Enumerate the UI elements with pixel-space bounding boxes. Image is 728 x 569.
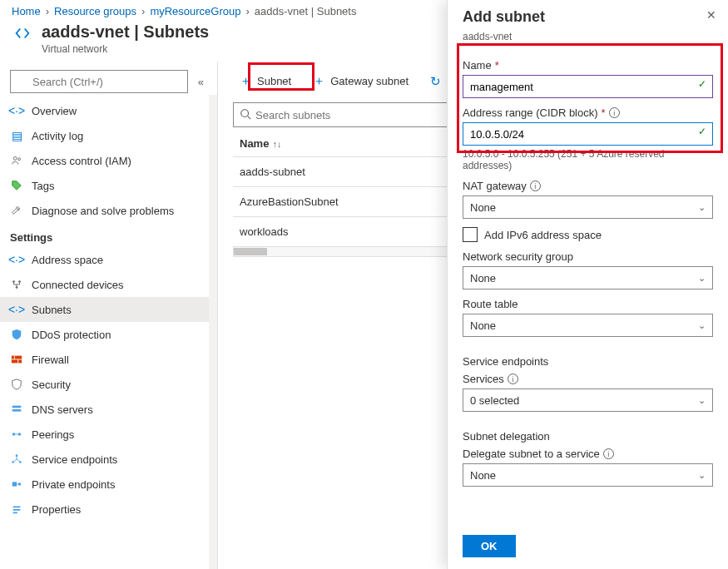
checkmark-icon: ✓ — [698, 126, 706, 137]
delegate-select[interactable]: None ⌄ — [463, 463, 713, 487]
chevron-right-icon: › — [245, 5, 249, 17]
sidebar-item-peerings[interactable]: Peerings — [0, 422, 215, 447]
svg-rect-19 — [12, 482, 17, 486]
ipv6-checkbox[interactable] — [463, 227, 478, 242]
field-label-delegate: Delegate subnet to a service — [463, 448, 600, 460]
breadcrumb-resource-group[interactable]: myResourceGroup — [150, 5, 240, 17]
checkmark-icon: ✓ — [698, 78, 706, 90]
sidebar-item-label: Address space — [32, 254, 103, 266]
chevron-down-icon: ⌄ — [698, 273, 706, 284]
subnets-icon: <·> — [10, 303, 23, 316]
chevron-down-icon: ⌄ — [698, 320, 706, 331]
sidebar-item-label: Diagnose and solve problems — [32, 205, 174, 217]
scrollbar-thumb[interactable] — [234, 248, 267, 255]
svg-rect-24 — [13, 512, 17, 514]
add-gateway-subnet-button[interactable]: ＋ Gateway subnet — [306, 70, 415, 92]
info-icon[interactable]: i — [508, 374, 518, 384]
sidebar-item-dns[interactable]: DNS servers — [0, 397, 215, 422]
svg-rect-12 — [12, 409, 22, 412]
sidebar-item-subnets[interactable]: <·> Subnets — [0, 297, 215, 322]
toolbar-label: Subnet — [257, 75, 291, 87]
section-header-endpoints: Service endpoints — [463, 355, 713, 368]
sidebar-item-label: DNS servers — [32, 403, 93, 416]
sidebar-item-connected-devices[interactable]: Connected devices — [0, 272, 215, 297]
sidebar-item-label: Overview — [32, 105, 77, 117]
breadcrumb-current: aadds-vnet | Subnets — [255, 5, 357, 17]
ipv6-label: Add IPv6 address space — [484, 229, 602, 241]
add-subnet-button[interactable]: ＋ Subnet — [233, 70, 298, 92]
close-icon[interactable]: ✕ — [706, 8, 716, 22]
collapse-sidebar-button[interactable]: « — [193, 76, 209, 88]
sidebar-item-properties[interactable]: Properties — [0, 497, 215, 522]
plus-icon: ＋ — [313, 73, 325, 89]
sidebar-item-label: Properties — [32, 503, 81, 516]
vnet-icon: <·> — [10, 104, 23, 117]
panel-context: aadds-vnet — [448, 31, 728, 47]
info-icon[interactable]: i — [603, 448, 614, 459]
sidebar-item-label: Tags — [32, 180, 54, 192]
required-icon: * — [602, 106, 606, 119]
info-icon[interactable]: i — [530, 181, 541, 191]
ok-button[interactable]: OK — [463, 535, 516, 557]
chevron-down-icon: ⌄ — [698, 202, 706, 213]
sidebar-item-label: DDoS protection — [32, 329, 111, 341]
sidebar-item-label: Subnets — [32, 304, 72, 316]
field-label-range: Address range (CIDR block) — [463, 106, 598, 119]
breadcrumb-home[interactable]: Home — [12, 5, 41, 17]
peerings-icon — [10, 428, 23, 441]
svg-point-13 — [12, 433, 16, 436]
dns-icon — [10, 403, 23, 416]
plus-icon: ＋ — [240, 73, 252, 89]
field-label-route-table: Route table — [463, 298, 518, 310]
sidebar-search-input[interactable] — [10, 70, 188, 93]
breadcrumb-resource-groups[interactable]: Resource groups — [54, 5, 136, 17]
required-icon: * — [495, 59, 499, 72]
tag-icon — [10, 179, 23, 192]
address-range-helper: 10.0.5.0 - 10.0.5.255 (251 + 5 Azure res… — [463, 148, 713, 171]
address-range-input[interactable] — [463, 122, 713, 146]
sidebar-item-address-space[interactable]: <·> Address space — [0, 247, 215, 272]
sidebar-item-access-control[interactable]: Access control (IAM) — [0, 148, 215, 173]
sidebar-item-label: Private endpoints — [32, 478, 115, 491]
sidebar-item-overview[interactable]: <·> Overview — [0, 98, 215, 123]
address-space-icon: <·> — [10, 253, 23, 266]
vnet-icon — [12, 22, 33, 44]
subnet-name-input[interactable] — [463, 75, 713, 98]
field-label-nat: NAT gateway — [463, 180, 527, 192]
route-table-select[interactable]: None ⌄ — [463, 314, 713, 337]
properties-icon — [10, 502, 23, 516]
sidebar-scrollbar-thumb[interactable] — [210, 95, 216, 344]
search-icon — [240, 108, 251, 122]
svg-rect-22 — [13, 507, 21, 508]
sidebar-item-service-endpoints[interactable]: Service endpoints — [0, 447, 215, 472]
sidebar-section-settings: Settings — [0, 223, 215, 247]
sidebar-item-firewall[interactable]: Firewall — [0, 347, 215, 372]
svg-point-14 — [18, 433, 22, 436]
field-label-services: Services — [463, 373, 504, 385]
sidebar-item-tags[interactable]: Tags — [0, 173, 215, 198]
chevron-right-icon: › — [46, 5, 49, 17]
svg-point-25 — [241, 110, 249, 117]
sidebar-item-label: Service endpoints — [32, 453, 117, 466]
sidebar-item-private-endpoints[interactable]: Private endpoints — [0, 472, 215, 497]
svg-rect-23 — [13, 509, 21, 511]
sidebar-item-label: Activity log — [32, 130, 83, 142]
services-select[interactable]: 0 selected ⌄ — [463, 388, 713, 412]
field-label-name: Name — [463, 59, 492, 72]
sidebar-item-activity-log[interactable]: ▤ Activity log — [0, 123, 215, 148]
refresh-button[interactable]: ↻ — [423, 71, 448, 92]
sidebar-item-diagnose[interactable]: Diagnose and solve problems — [0, 198, 215, 223]
sidebar-item-label: Firewall — [32, 354, 69, 366]
firewall-icon — [10, 353, 23, 366]
panel-title: Add subnet — [463, 8, 706, 26]
sidebar-item-label: Security — [32, 379, 71, 391]
sidebar-item-ddos[interactable]: DDoS protection — [0, 322, 215, 347]
section-header-delegation: Subnet delegation — [463, 430, 713, 443]
info-icon[interactable]: i — [609, 107, 620, 118]
toolbar-label: Gateway subnet — [330, 75, 409, 87]
people-icon — [10, 154, 23, 167]
nat-gateway-select[interactable]: None ⌄ — [463, 195, 713, 219]
nsg-select[interactable]: None ⌄ — [463, 266, 713, 289]
sidebar-item-security[interactable]: Security — [0, 372, 215, 397]
field-label-nsg: Network security group — [463, 250, 573, 263]
